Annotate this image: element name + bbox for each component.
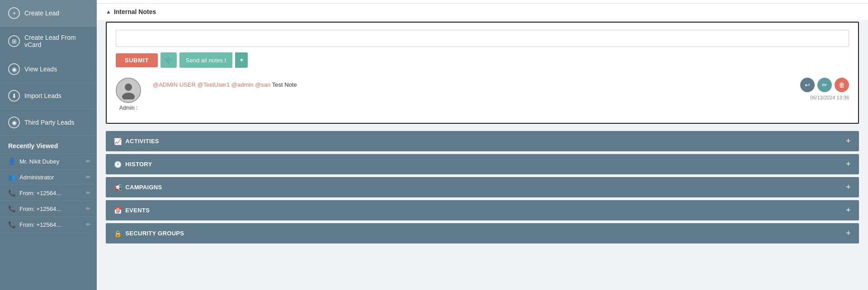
main-content: ▲ Internal Notes SUBMIT 📎 Send all notes… <box>97 0 868 290</box>
paperclip-icon: 📎 <box>164 56 173 64</box>
events-expand-icon: + <box>846 206 851 215</box>
history-header-left: 🕐 HISTORY <box>114 161 152 168</box>
recent-item-2-label: Administrator <box>19 174 82 181</box>
view-leads-icon: ◉ <box>8 63 20 75</box>
edit-icon-2[interactable]: ✏ <box>86 174 90 180</box>
sidebar-item-create-lead[interactable]: ＋ Create Lead <box>0 0 97 27</box>
activities-header[interactable]: 📈 ACTIVITIES + <box>106 131 859 151</box>
send-notes-dropdown-button[interactable]: ▼ <box>235 52 248 68</box>
phone-icon-4: 📞 <box>8 205 16 212</box>
reply-icon: ↩ <box>805 81 810 89</box>
note-timestamp: 06/13/2024 13:36 <box>810 95 849 100</box>
edit-icon-3[interactable]: ✏ <box>86 190 90 196</box>
campaigns-header[interactable]: 📢 CAMPAIGNS + <box>106 177 859 197</box>
note-text: Test Note <box>272 81 297 88</box>
activities-label: ACTIVITIES <box>125 138 159 145</box>
events-section: 📅 EVENTS + <box>106 200 859 220</box>
internal-notes-title: Internal Notes <box>114 8 156 15</box>
activities-header-left: 📈 ACTIVITIES <box>114 138 159 145</box>
internal-notes-header: ▲ Internal Notes <box>97 4 868 20</box>
sidebar-item-import-leads-label: Import Leads <box>24 92 61 99</box>
lock-icon: 🔒 <box>114 230 122 237</box>
notes-text-input[interactable] <box>116 30 849 47</box>
internal-notes-box: SUBMIT 📎 Send all notes t ▼ Admin : <box>106 22 859 124</box>
mention-san: @san <box>255 81 272 88</box>
note-author-label: Admin : <box>119 105 138 111</box>
recent-item-3-label: From: +12564... <box>19 190 82 196</box>
history-label: HISTORY <box>125 161 152 168</box>
person-icon: 👤 <box>8 158 16 165</box>
campaigns-icon: 📢 <box>114 184 122 191</box>
campaigns-header-left: 📢 CAMPAIGNS <box>114 184 162 191</box>
create-lead-vcard-icon: ⊞ <box>8 35 20 47</box>
note-content-1: @ADMIN USER @TestUser1 @admin @san Test … <box>147 78 794 92</box>
send-notes-button[interactable]: Send all notes t <box>179 52 233 68</box>
third-party-leads-icon: ◉ <box>8 117 20 128</box>
delete-note-button[interactable]: 🗑 <box>835 78 849 92</box>
recently-viewed-header: Recently Viewed <box>0 136 97 154</box>
collapse-arrow-icon: ▲ <box>106 9 111 15</box>
note-avatar-1: Admin : <box>116 78 141 111</box>
note-actions-1: ↩ ✏ 🗑 06/13/2024 13:36 <box>800 78 849 100</box>
notes-toolbar: SUBMIT 📎 Send all notes t ▼ <box>116 52 849 68</box>
events-label: EVENTS <box>125 207 150 214</box>
events-header-left: 📅 EVENTS <box>114 207 150 214</box>
security-groups-section: 🔒 SECURITY GROUPS + <box>106 223 859 243</box>
sidebar-item-import-leads[interactable]: ⬇ Import Leads <box>0 83 97 109</box>
reply-button[interactable]: ↩ <box>800 78 815 92</box>
sidebar: ＋ Create Lead ⊞ Create Lead From vCard ◉… <box>0 0 97 290</box>
recent-item-1[interactable]: 👤 Mr. Nikit Dubey ✏ <box>0 154 97 169</box>
recent-item-3[interactable]: 📞 From: +12564... ✏ <box>0 185 97 201</box>
security-groups-label: SECURITY GROUPS <box>125 230 184 237</box>
campaigns-label: CAMPAIGNS <box>125 184 162 191</box>
sidebar-item-create-lead-label: Create Lead <box>24 9 59 17</box>
trash-icon: 🗑 <box>839 81 845 89</box>
import-leads-icon: ⬇ <box>8 90 20 102</box>
person-silhouette-icon <box>119 81 137 99</box>
history-header[interactable]: 🕐 HISTORY + <box>106 154 859 174</box>
sidebar-item-view-leads-label: View Leads <box>24 65 57 73</box>
note-entry-1: Admin : @ADMIN USER @TestUser1 @admin @s… <box>116 75 849 114</box>
chevron-down-icon: ▼ <box>239 57 244 63</box>
sidebar-item-create-lead-vcard-label: Create Lead From vCard <box>24 34 89 48</box>
security-groups-header[interactable]: 🔒 SECURITY GROUPS + <box>106 223 859 243</box>
submit-button[interactable]: SUBMIT <box>116 53 158 67</box>
mention-testuser1: @TestUser1 <box>197 81 231 88</box>
edit-note-icon: ✏ <box>822 81 827 89</box>
sidebar-item-create-lead-vcard[interactable]: ⊞ Create Lead From vCard <box>0 27 97 56</box>
create-lead-icon: ＋ <box>8 7 20 19</box>
mention-admin: @admin <box>231 81 255 88</box>
recent-item-5-label: From: +12564... <box>19 221 82 228</box>
activities-section: 📈 ACTIVITIES + <box>106 131 859 151</box>
edit-icon-4[interactable]: ✏ <box>86 206 90 212</box>
mention-admin-user: @ADMIN USER <box>153 81 197 88</box>
campaigns-expand-icon: + <box>846 182 851 192</box>
group-icon: 👥 <box>8 173 16 181</box>
note-action-buttons: ↩ ✏ 🗑 <box>800 78 849 92</box>
recent-item-4-label: From: +12564... <box>19 206 82 212</box>
events-icon: 📅 <box>114 207 122 214</box>
history-expand-icon: + <box>846 159 851 169</box>
sidebar-item-view-leads[interactable]: ◉ View Leads <box>0 56 97 83</box>
events-header[interactable]: 📅 EVENTS + <box>106 200 859 220</box>
edit-icon-5[interactable]: ✏ <box>86 221 90 228</box>
activities-icon: 📈 <box>114 138 122 145</box>
campaigns-section: 📢 CAMPAIGNS + <box>106 177 859 197</box>
edit-note-button[interactable]: ✏ <box>817 78 832 92</box>
recent-item-2[interactable]: 👥 Administrator ✏ <box>0 169 97 185</box>
activities-expand-icon: + <box>846 136 851 146</box>
top-strip <box>97 0 868 4</box>
svg-point-0 <box>125 84 132 91</box>
edit-icon-1[interactable]: ✏ <box>86 158 90 164</box>
recent-item-5[interactable]: 📞 From: +12564... ✏ <box>0 217 97 233</box>
history-icon: 🕐 <box>114 161 122 168</box>
svg-point-1 <box>122 93 135 99</box>
phone-icon-3: 📞 <box>8 189 16 196</box>
sidebar-item-third-party-leads[interactable]: ◉ Third Party Leads <box>0 109 97 136</box>
history-section: 🕐 HISTORY + <box>106 154 859 174</box>
security-groups-expand-icon: + <box>846 229 851 238</box>
avatar-image <box>116 78 141 103</box>
recent-item-4[interactable]: 📞 From: +12564... ✏ <box>0 201 97 217</box>
recent-item-1-label: Mr. Nikit Dubey <box>19 158 82 165</box>
attach-button[interactable]: 📎 <box>160 52 177 68</box>
